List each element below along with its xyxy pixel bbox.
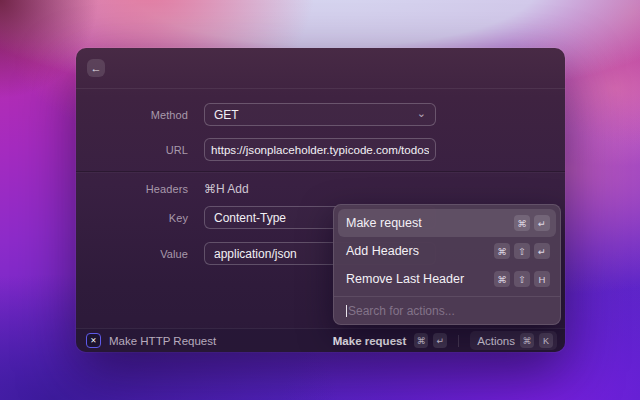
return-key-icon: ↵	[534, 215, 550, 231]
cmd-key-icon: ⌘	[520, 333, 534, 348]
popup-search-row	[338, 297, 556, 324]
url-label: URL	[76, 144, 188, 156]
actions-label: Actions	[477, 335, 515, 347]
method-row: Method GET ⌄	[76, 103, 565, 126]
method-value: GET	[214, 108, 239, 122]
extension-icon: ✕	[86, 333, 101, 348]
primary-action-button[interactable]: Make request	[333, 335, 407, 347]
add-header-shortcut-hint[interactable]: ⌘H Add	[204, 182, 249, 196]
action-label: Remove Last Header	[346, 272, 464, 286]
actions-popup: Make request ⌘ ↵ Add Headers ⌘ ⇧ ↵ Remov…	[333, 204, 561, 325]
header-divider	[76, 88, 565, 89]
cmd-key-icon: ⌘	[414, 333, 428, 348]
footer-separator	[458, 335, 459, 347]
section-divider	[76, 171, 565, 172]
method-select[interactable]: GET ⌄	[204, 103, 436, 126]
action-label: Add Headers	[346, 244, 419, 258]
extension-title: Make HTTP Request	[109, 335, 216, 347]
action-item-add-headers[interactable]: Add Headers ⌘ ⇧ ↵	[338, 237, 556, 265]
shift-key-icon: ⇧	[514, 243, 530, 259]
actions-menu-button[interactable]: Actions ⌘ K	[470, 331, 557, 350]
chevron-down-icon: ⌄	[417, 108, 426, 118]
headers-row: Headers ⌘H Add	[76, 179, 565, 199]
action-item-make-request[interactable]: Make request ⌘ ↵	[338, 209, 556, 237]
text-cursor	[346, 305, 347, 317]
cmd-key-icon: ⌘	[494, 243, 510, 259]
method-label: Method	[76, 109, 188, 121]
k-key-icon: K	[539, 333, 553, 348]
raycast-window: ← Method GET ⌄ URL Headers ⌘H Add Key Va…	[76, 48, 565, 352]
extension-glyph: ✕	[90, 336, 96, 345]
action-item-remove-last-header[interactable]: Remove Last Header ⌘ ⇧ H	[338, 265, 556, 293]
value-label: Value	[76, 248, 188, 260]
return-key-icon: ↵	[433, 333, 447, 348]
back-button[interactable]: ←	[87, 59, 105, 77]
headers-label: Headers	[76, 183, 188, 195]
action-label: Make request	[346, 216, 422, 230]
shift-key-icon: ⇧	[514, 271, 530, 287]
cmd-key-icon: ⌘	[514, 215, 530, 231]
shortcut-keys: ⌘ ⇧ ↵	[494, 243, 550, 259]
shortcut-keys: ⌘ ↵	[514, 215, 550, 231]
h-key-icon: H	[534, 271, 550, 287]
cmd-key-icon: ⌘	[494, 271, 510, 287]
window-header: ←	[76, 48, 565, 88]
action-search-input[interactable]	[348, 304, 548, 318]
window-footer: ✕ Make HTTP Request Make request ⌘ ↵ Act…	[76, 328, 565, 352]
shortcut-keys: ⌘ ⇧ H	[494, 271, 550, 287]
key-label: Key	[76, 212, 188, 224]
url-row: URL	[76, 138, 565, 161]
footer-actions: Make request ⌘ ↵ Actions ⌘ K	[333, 331, 557, 350]
url-input[interactable]	[204, 138, 436, 161]
back-arrow-icon: ←	[91, 62, 102, 74]
return-key-icon: ↵	[534, 243, 550, 259]
